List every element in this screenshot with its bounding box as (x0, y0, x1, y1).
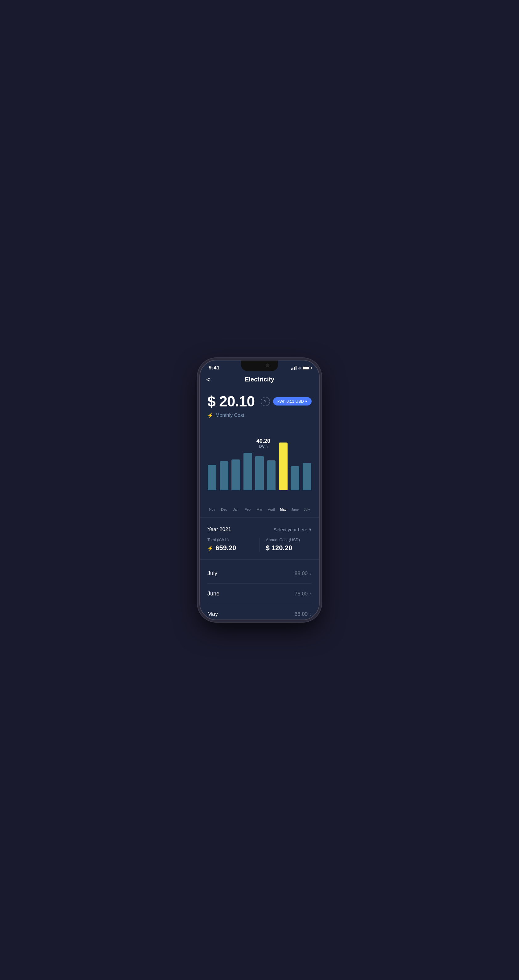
camera-dot (266, 364, 269, 367)
chart-bar-july[interactable] (303, 463, 311, 490)
wifi-icon: ⌾ (298, 366, 301, 370)
chart-bar-feb[interactable] (243, 453, 252, 490)
bar-col-may[interactable] (278, 438, 289, 490)
chart-tooltip: 40.20 kW·h (256, 438, 270, 449)
list-cost-july: 88.00 (295, 571, 308, 577)
chart-label-may: May (278, 508, 289, 511)
chart-bar-mar[interactable] (255, 456, 264, 490)
phone-frame: 9:41 ⌾ < Electricity (199, 360, 320, 620)
unit-chevron-icon: ▾ (305, 399, 307, 404)
list-value-july: 88.00› (295, 571, 311, 577)
annual-cost-box: Annual Cost (USD) $ 120.20 (260, 538, 312, 552)
bar-col-dec[interactable] (218, 438, 230, 490)
total-kwh-number: 659.20 (216, 544, 236, 552)
section-divider-2 (200, 559, 319, 560)
bar-col-june[interactable] (289, 438, 301, 490)
battery-icon (303, 366, 310, 370)
year-select-label: Select year here (274, 527, 307, 532)
signal-bar-4 (295, 366, 297, 370)
bar-col-nov[interactable] (206, 438, 218, 490)
tooltip-value: 40.20 (256, 438, 270, 444)
monthly-list: July88.00›June76.00›May68.00› (200, 563, 319, 619)
section-divider-1 (200, 517, 319, 518)
chart-bar-may[interactable] (279, 442, 287, 490)
chart-label-nov: Nov (206, 508, 218, 511)
year-select-button[interactable]: Select year here ▾ (274, 527, 311, 532)
chart-label-jan: Jan (230, 508, 241, 511)
monthly-cost-label: ⚡ Monthly Cost (208, 412, 311, 418)
total-kwh-label: Total (kW·h) (208, 538, 253, 542)
chart-container: 40.20 kW·h (205, 438, 314, 506)
list-value-may: 68.00› (295, 611, 311, 617)
monthly-cost-text: Monthly Cost (216, 413, 244, 418)
list-cost-june: 76.00 (295, 591, 308, 597)
main-cost-value: $ 20.10 (208, 393, 255, 410)
back-button[interactable]: < (206, 375, 211, 384)
bar-col-july[interactable] (301, 438, 313, 490)
help-button[interactable]: ? (261, 397, 270, 406)
phone-wrapper: 9:41 ⌾ < Electricity (195, 351, 324, 629)
signal-bar-3 (294, 367, 295, 370)
list-item-may[interactable]: May68.00› (208, 604, 311, 619)
signal-bar-1 (291, 369, 292, 370)
year-row: Year 2021 Select year here ▾ (208, 527, 311, 533)
status-bar: 9:41 ⌾ (200, 361, 319, 374)
chevron-right-icon: › (310, 571, 311, 576)
list-cost-may: 68.00 (295, 611, 308, 617)
bar-col-feb[interactable] (241, 438, 253, 490)
chart-label-july: July (301, 508, 313, 511)
list-month-june: June (208, 590, 219, 597)
chart-label-dec: Dec (218, 508, 230, 511)
annual-stats: Total (kW·h) ⚡ 659.20 Annual Cost (USD) … (208, 538, 311, 552)
chart-label-april: April (265, 508, 277, 511)
total-kwh-box: Total (kW·h) ⚡ 659.20 (208, 538, 260, 552)
battery-fill (303, 367, 309, 369)
main-content: $ 20.10 ? kWh 0.11 USD ▾ ⚡ Monthly Cost (200, 388, 319, 619)
chart-labels: NovDecJanFebMarAprilMayJuneJuly (205, 506, 314, 511)
unit-selector-button[interactable]: kWh 0.11 USD ▾ (273, 397, 311, 406)
status-icons: ⌾ (291, 366, 310, 370)
signal-bars-icon (291, 366, 297, 370)
list-month-july: July (208, 570, 217, 577)
total-kwh-value: ⚡ 659.20 (208, 544, 253, 552)
year-label: Year 2021 (208, 527, 231, 533)
status-time: 9:41 (209, 365, 220, 371)
screen: 9:41 ⌾ < Electricity (200, 361, 319, 619)
list-month-may: May (208, 611, 218, 617)
year-select-chevron-icon: ▾ (309, 527, 311, 532)
list-item-june[interactable]: June76.00› (208, 584, 311, 604)
cost-row: $ 20.10 ? kWh 0.11 USD ▾ (208, 393, 311, 410)
cost-controls: ? kWh 0.11 USD ▾ (261, 397, 311, 406)
chart-bar-june[interactable] (290, 466, 299, 490)
chart-bar-april[interactable] (267, 460, 276, 490)
list-item-july[interactable]: July88.00› (208, 563, 311, 584)
chart-section: 40.20 kW·h NovDecJanFebMarAprilMayJuneJu… (200, 438, 319, 514)
chart-bar-jan[interactable] (232, 460, 240, 490)
app-header: < Electricity (200, 374, 319, 388)
total-lightning-icon: ⚡ (208, 545, 214, 551)
list-value-june: 76.00› (295, 591, 311, 597)
year-section: Year 2021 Select year here ▾ Total (kW·h… (200, 522, 319, 556)
chart-label-june: June (289, 508, 301, 511)
chevron-right-icon: › (310, 592, 311, 597)
top-section: $ 20.10 ? kWh 0.11 USD ▾ ⚡ Monthly Cost (200, 388, 319, 427)
page-title: Electricity (245, 376, 274, 383)
lightning-icon: ⚡ (208, 412, 214, 418)
chevron-right-icon: › (310, 612, 311, 617)
chart-label-mar: Mar (254, 508, 265, 511)
chart-bar-nov[interactable] (208, 465, 216, 490)
tooltip-unit: kW·h (256, 444, 270, 449)
unit-label: kWh 0.11 USD (278, 399, 304, 404)
bar-col-jan[interactable] (230, 438, 241, 490)
annual-cost-value: $ 120.20 (266, 544, 312, 552)
annual-cost-label: Annual Cost (USD) (266, 538, 312, 542)
chart-bar-dec[interactable] (220, 461, 229, 490)
chart-label-feb: Feb (241, 508, 253, 511)
signal-bar-2 (292, 368, 294, 370)
